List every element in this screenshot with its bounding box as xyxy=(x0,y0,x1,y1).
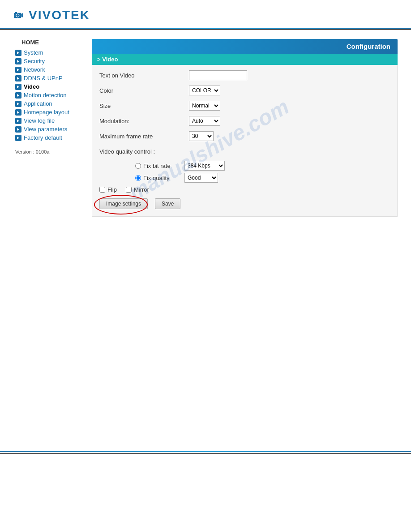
sidebar-version: Version : 0100a xyxy=(13,149,87,154)
fix-bit-rate-radio[interactable] xyxy=(135,163,141,169)
modulation-select[interactable]: Auto Manual xyxy=(189,116,220,126)
size-label: Size xyxy=(99,103,189,109)
sidebar-item-label: View log file xyxy=(24,117,55,124)
video-quality-label: Video quality control : xyxy=(99,148,189,155)
color-label: Color xyxy=(99,87,189,94)
text-on-video-row: Text on Video xyxy=(99,69,390,81)
logo-camera-icon xyxy=(13,10,23,20)
text-on-video-input[interactable] xyxy=(189,70,247,80)
sidebar-item-label: Homepage layout xyxy=(24,109,69,116)
video-quality-section: Video quality control : Fix bit rate 384… xyxy=(99,146,390,183)
image-settings-button[interactable]: Image settings xyxy=(99,198,148,209)
sidebar-item-label: Factory default xyxy=(24,134,62,141)
sidebar-item-label: Video xyxy=(24,83,39,90)
sidebar-arrow-icon xyxy=(15,126,21,133)
max-frame-rate-label: Maximum frame rate xyxy=(99,133,189,140)
sidebar-arrow-icon xyxy=(15,118,21,124)
mirror-checkbox-label[interactable]: Mirror xyxy=(126,186,149,193)
modulation-label: Modulation: xyxy=(99,118,189,124)
flip-label: Flip xyxy=(107,186,117,193)
color-row: Color COLOR B/W xyxy=(99,85,390,96)
svg-point-2 xyxy=(16,14,19,17)
max-frame-rate-control: 30 25 20 15 10 5 xyxy=(189,131,214,141)
sidebar-item-network[interactable]: Network xyxy=(13,65,87,74)
mirror-label: Mirror xyxy=(134,186,149,193)
sidebar-item-view-params[interactable]: View parameters xyxy=(13,125,87,133)
image-settings-wrapper: Image settings xyxy=(99,198,148,209)
fix-quality-select[interactable]: Good Medium Standard Detailed Excellent xyxy=(184,173,218,183)
sidebar-arrow-icon xyxy=(15,109,21,116)
max-frame-rate-select[interactable]: 30 25 20 15 10 5 xyxy=(189,131,214,141)
sidebar-item-factory-default[interactable]: Factory default xyxy=(13,133,87,142)
footer-divider-top xyxy=(0,451,411,452)
sidebar-arrow-icon xyxy=(15,58,21,64)
fix-bit-rate-row: Fix bit rate 384 Kbps 512 Kbps 768 Kbps … xyxy=(99,161,390,171)
footer-divider-bottom xyxy=(0,453,411,454)
header: VIVOTEK xyxy=(0,0,411,28)
fix-quality-row: Fix quality Good Medium Standard Detaile… xyxy=(99,173,390,183)
sidebar-item-video[interactable]: Video xyxy=(13,82,87,91)
sidebar-item-label: System xyxy=(24,49,43,56)
sidebar-arrow-icon xyxy=(15,84,21,90)
sidebar-arrow-icon xyxy=(15,101,21,107)
size-control: Normal Large Small xyxy=(189,101,220,111)
svg-marker-3 xyxy=(21,13,23,17)
sidebar-arrow-icon xyxy=(15,75,21,82)
sidebar-item-label: Network xyxy=(24,66,45,73)
sidebar-item-label: View parameters xyxy=(24,126,67,133)
sidebar-item-system[interactable]: System xyxy=(13,48,87,57)
sidebar-item-label: Security xyxy=(24,58,45,64)
size-row: Size Normal Large Small xyxy=(99,100,390,112)
modulation-row: Modulation: Auto Manual xyxy=(99,115,390,127)
mirror-checkbox[interactable] xyxy=(126,187,132,193)
video-section-header: > Video xyxy=(92,54,398,65)
config-bar: Configuration xyxy=(92,39,398,54)
sidebar-arrow-icon xyxy=(15,50,21,56)
video-form: Text on Video Color COLOR B/W Size xyxy=(92,65,398,217)
buttons-row: Image settings Save xyxy=(99,198,390,209)
fix-quality-radio[interactable] xyxy=(135,175,141,181)
flip-mirror-row: Flip Mirror xyxy=(99,186,390,193)
color-select[interactable]: COLOR B/W xyxy=(189,86,220,95)
sidebar-item-application[interactable]: Application xyxy=(13,99,87,108)
sidebar-arrow-icon xyxy=(15,135,21,141)
sidebar-item-ddns[interactable]: DDNS & UPnP xyxy=(13,74,87,82)
main-wrapper: HOME System Security Network DDNS & UPnP… xyxy=(0,30,411,433)
modulation-control: Auto Manual xyxy=(189,116,220,126)
sidebar-item-security[interactable]: Security xyxy=(13,57,87,65)
sidebar-home[interactable]: HOME xyxy=(13,39,87,46)
max-frame-rate-row: Maximum frame rate 30 25 20 15 10 5 xyxy=(99,130,390,142)
sidebar-item-label: Motion detection xyxy=(24,92,66,99)
flip-checkbox-label[interactable]: Flip xyxy=(99,186,117,193)
sidebar-item-label: DDNS & UPnP xyxy=(24,75,63,82)
flip-checkbox[interactable] xyxy=(99,187,105,193)
logo-text: VIVOTEK xyxy=(29,8,90,22)
sidebar: HOME System Security Network DDNS & UPnP… xyxy=(13,39,92,424)
fix-bit-rate-label: Fix bit rate xyxy=(143,163,171,169)
size-select[interactable]: Normal Large Small xyxy=(189,101,220,111)
sidebar-arrow-icon xyxy=(15,92,21,99)
sidebar-item-label: Application xyxy=(24,100,52,107)
content-area: manualshive.com Configuration > Video Te… xyxy=(92,39,398,424)
fix-bit-rate-select[interactable]: 384 Kbps 512 Kbps 768 Kbps 1 Mbps 2 Mbps xyxy=(184,161,225,171)
color-control: COLOR B/W xyxy=(189,86,220,95)
fix-bit-rate-radio-label[interactable]: Fix bit rate xyxy=(135,163,184,169)
text-on-video-control xyxy=(189,70,247,80)
save-button[interactable]: Save xyxy=(155,198,180,209)
sidebar-item-motion[interactable]: Motion detection xyxy=(13,91,87,99)
video-quality-label-row: Video quality control : xyxy=(99,146,390,157)
svg-rect-4 xyxy=(15,12,17,13)
sidebar-item-homepage-layout[interactable]: Homepage layout xyxy=(13,108,87,116)
fix-quality-radio-label[interactable]: Fix quality xyxy=(135,175,184,181)
text-on-video-label: Text on Video xyxy=(99,72,189,79)
sidebar-item-view-log[interactable]: View log file xyxy=(13,116,87,125)
logo: VIVOTEK xyxy=(13,8,398,22)
fix-quality-label: Fix quality xyxy=(143,175,170,181)
sidebar-arrow-icon xyxy=(15,67,21,73)
